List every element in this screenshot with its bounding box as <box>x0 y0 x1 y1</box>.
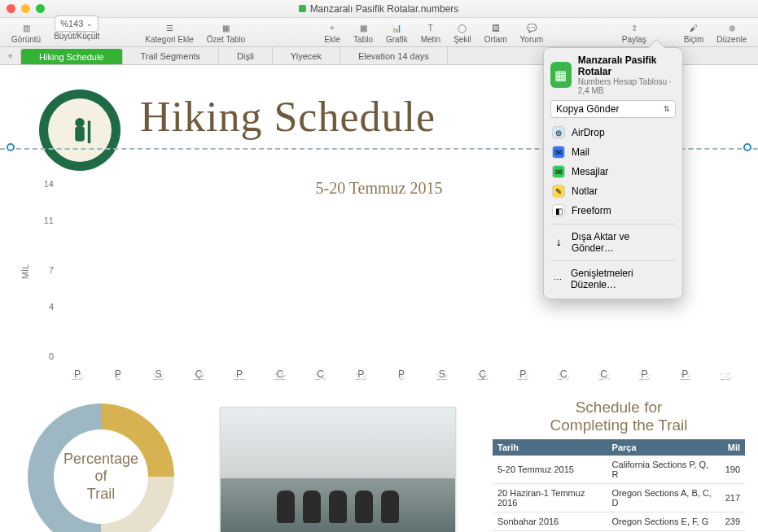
sheet-tab[interactable]: Hiking Schedule <box>21 49 123 64</box>
table-row[interactable]: Sonbahar 2016Oregon Sections E, F, G239 <box>493 512 745 530</box>
media-button[interactable]: 🖼Ortam <box>478 20 514 44</box>
xtick: P <box>101 366 135 384</box>
share-target-item[interactable]: ✉Mail <box>550 142 676 162</box>
app-icon: ✉ <box>552 146 565 159</box>
organize-button[interactable]: ⊛Düzenle <box>710 20 753 44</box>
schedule-title: Schedule for Completing the Trail <box>493 399 745 434</box>
svg-rect-1 <box>75 126 85 141</box>
share-target-item[interactable]: ⊚AirDrop <box>550 123 676 142</box>
add-category-button[interactable]: ☰ Kategori Ekle <box>138 20 199 44</box>
shape-icon: ◯ <box>454 20 471 35</box>
table-row[interactable]: 20 Haziran-1 Temmuz 2016Oregon Sections … <box>493 483 745 512</box>
pivot-button[interactable]: ▦ Özet Tablo <box>200 20 252 44</box>
xtick: C <box>263 366 297 384</box>
popover-doc-title: Manzaralı Pasifik Rotalar <box>578 55 676 77</box>
close-window-button[interactable] <box>7 4 15 13</box>
xtick: C <box>587 366 621 384</box>
chevron-updown-icon: ⇅ <box>664 105 670 113</box>
ytick: 0 <box>49 351 54 361</box>
trail-logo <box>39 89 120 171</box>
table-header[interactable]: Tarih <box>493 439 607 456</box>
text-icon: T <box>423 20 439 35</box>
comment-button[interactable]: 💬Yorum <box>514 20 550 44</box>
ytick: 4 <box>49 302 54 312</box>
chart-button[interactable]: 📊Grafik <box>379 20 414 44</box>
share-target-item[interactable]: ◧Freeform <box>550 201 676 220</box>
zoom-control[interactable]: %143⌄ Büyüt/Küçült <box>47 24 106 41</box>
xtick <box>708 366 743 384</box>
photo-placeholder[interactable]: ︵ <box>220 407 456 532</box>
xtick: P <box>344 366 378 384</box>
media-icon: 🖼 <box>488 20 504 35</box>
popover-doc-subtitle: Numbers Hesap Tablosu · 2,4 MB <box>578 77 676 95</box>
xtick: P <box>628 366 662 384</box>
minimize-window-button[interactable] <box>21 4 30 13</box>
table-header[interactable]: Parça <box>607 439 721 456</box>
share-popover: ▦ Manzaralı Pasifik Rotalar Numbers Hesa… <box>543 47 683 299</box>
sheet-tab[interactable]: Dişli <box>219 47 273 64</box>
xtick: C <box>304 366 338 384</box>
window-controls <box>7 4 45 13</box>
guide-handle-left[interactable] <box>7 143 15 151</box>
insert-icon: ＋ <box>324 20 340 35</box>
text-button[interactable]: TMetin <box>414 20 447 44</box>
ytick: 11 <box>44 216 54 225</box>
ytick: 14 <box>44 179 54 189</box>
share-target-item[interactable]: ✎Notlar <box>550 181 676 201</box>
comment-icon: 💬 <box>524 20 540 35</box>
sheet-tab[interactable]: Yiyecek <box>273 47 340 64</box>
app-icon: ✎ <box>552 185 565 198</box>
app-icon: ✉ <box>552 165 565 178</box>
guide-handle-right[interactable] <box>743 143 751 151</box>
pivot-icon: ▦ <box>218 20 234 35</box>
app-icon: ⊚ <box>552 126 565 139</box>
xtick: P <box>668 366 702 384</box>
schedule-table[interactable]: TarihParçaMil 5-20 Temmuz 2015California… <box>493 439 745 531</box>
toolbar: ▥ Görüntü %143⌄ Büyüt/Küçült ☰ Kategori … <box>0 18 758 47</box>
xtick: P <box>60 366 94 384</box>
table-button[interactable]: ▦Tablo <box>347 20 379 44</box>
page-title: Hiking Schedule <box>140 93 436 141</box>
xtick: P <box>506 366 540 384</box>
shape-button[interactable]: ◯Şekil <box>447 20 478 44</box>
share-button[interactable]: ⇪ Paylaş <box>616 20 653 44</box>
view-button[interactable]: ▥ Görüntü <box>5 20 47 44</box>
table-row[interactable]: 5-20 Temmuz 2015California Sections P, Q… <box>493 456 745 484</box>
insert-button[interactable]: ＋Ekle <box>318 20 347 44</box>
app-icon: ◧ <box>552 204 565 217</box>
chart-icon: 📊 <box>388 20 405 35</box>
zoom-window-button[interactable] <box>36 4 45 13</box>
add-sheet-button[interactable]: ＋ <box>0 47 21 64</box>
format-icon: 🖌 <box>686 20 702 35</box>
sheet-tab[interactable]: Elevation 14 days <box>340 47 448 64</box>
share-export-item[interactable]: ⤓ Dışa Aktar ve Gönder… <box>550 228 676 257</box>
xtick: S <box>425 366 459 384</box>
window-title: Manzaralı Pasifik Rotalar.numbers <box>310 3 459 15</box>
xtick: Ç <box>182 366 216 384</box>
xtick: C <box>546 366 581 384</box>
xtick: Ç <box>466 366 500 384</box>
sheet-tab[interactable]: Trail Segments <box>123 47 220 64</box>
bird-icon: ︵ <box>243 419 255 434</box>
ytick: 7 <box>49 265 54 275</box>
document-icon: ▦ <box>550 62 572 88</box>
share-icon: ⇪ <box>626 20 642 35</box>
xtick: P <box>384 366 418 384</box>
export-icon: ⤓ <box>552 236 565 249</box>
donut-chart[interactable]: Percentage of Trail <box>28 403 174 532</box>
table-icon: ▦ <box>355 20 371 35</box>
view-icon: ▥ <box>18 20 34 35</box>
xtick: P <box>222 366 256 384</box>
share-mode-select[interactable]: Kopya Gönder ⇅ <box>550 100 676 118</box>
organize-icon: ⊛ <box>724 20 740 35</box>
share-target-item[interactable]: ✉Mesajlar <box>550 162 676 181</box>
category-icon: ☰ <box>161 20 177 35</box>
schedule-section: Schedule for Completing the Trail TarihP… <box>493 399 745 531</box>
document-type-icon <box>299 5 306 12</box>
svg-point-0 <box>75 118 85 128</box>
xtick: S <box>142 366 176 384</box>
extensions-icon: ⋯ <box>552 273 564 286</box>
format-button[interactable]: 🖌Biçim <box>677 20 710 44</box>
table-header[interactable]: Mil <box>721 439 745 456</box>
share-edit-extensions-item[interactable]: ⋯ Genişletmeleri Düzenle… <box>550 264 676 294</box>
